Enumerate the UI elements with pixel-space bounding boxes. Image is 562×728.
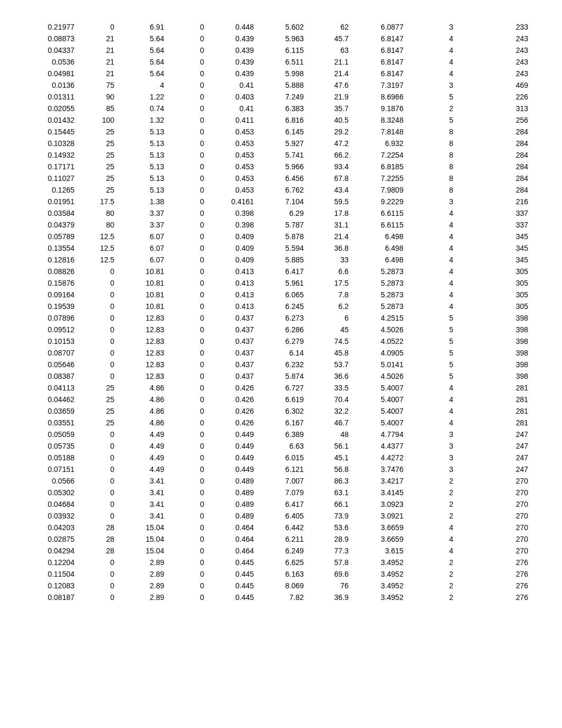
table-cell: 7.2254 <box>351 149 406 161</box>
table-cell: 12.83 <box>116 312 166 324</box>
table-cell: 0 <box>166 207 206 219</box>
table-cell: 398 <box>456 335 530 347</box>
table-row: 0.04113254.8600.4266.72733.55.40074281 <box>32 382 530 394</box>
table-cell: 284 <box>456 149 530 161</box>
table-cell: 0.445 <box>206 580 256 592</box>
table-cell: 12.83 <box>116 335 166 347</box>
table-cell: 6.417 <box>256 266 306 277</box>
table-cell: 0.453 <box>206 161 256 172</box>
table-cell: 0.426 <box>206 405 256 417</box>
table-cell: 12.5 <box>77 254 116 266</box>
table-cell: 0 <box>166 172 206 184</box>
table-cell: 7.2255 <box>351 172 406 184</box>
table-cell: 6.498 <box>351 242 406 254</box>
table-cell: 2 <box>405 498 455 510</box>
table-cell: 5.13 <box>116 126 166 138</box>
table-cell: 6.167 <box>256 417 306 429</box>
table-cell: 0.09164 <box>32 289 77 301</box>
table-cell: 0.437 <box>206 347 256 359</box>
table-cell: 0.439 <box>206 44 256 56</box>
table-cell: 0 <box>77 580 116 592</box>
table-cell: 6.498 <box>351 254 406 266</box>
table-cell: 3.37 <box>116 219 166 231</box>
table-cell: 4.86 <box>116 417 166 429</box>
table-cell: 4 <box>405 289 455 301</box>
table-cell: 0 <box>166 161 206 172</box>
table-cell: 0.04203 <box>32 522 77 533</box>
table-cell: 0.437 <box>206 312 256 324</box>
table-cell: 305 <box>456 289 530 301</box>
table-cell: 0 <box>166 498 206 510</box>
table-cell: 284 <box>456 126 530 138</box>
table-cell: 0 <box>77 335 116 347</box>
table-cell: 5.2873 <box>351 289 406 301</box>
table-cell: 0 <box>166 231 206 242</box>
table-cell: 3 <box>405 21 455 33</box>
table-cell: 0.439 <box>206 33 256 44</box>
table-cell: 6.0877 <box>351 21 406 33</box>
table-cell: 0.439 <box>206 56 256 68</box>
table-cell: 247 <box>456 440 530 452</box>
table-cell: 4 <box>405 301 455 312</box>
table-cell: 276 <box>456 568 530 580</box>
table-cell: 337 <box>456 207 530 219</box>
table-row: 0.0578912.56.0700.4095.87821.46.4984345 <box>32 231 530 242</box>
table-cell: 0.449 <box>206 452 256 463</box>
table-cell: 226 <box>456 91 530 103</box>
table-cell: 0 <box>166 196 206 207</box>
table-row: 0.04981215.6400.4395.99821.46.81474243 <box>32 68 530 79</box>
table-cell: 0.1265 <box>32 184 77 196</box>
table-cell: 0 <box>166 114 206 126</box>
table-cell: 1.32 <box>116 114 166 126</box>
table-cell: 5 <box>405 91 455 103</box>
table-cell: 3 <box>405 79 455 91</box>
table-cell: 305 <box>456 277 530 289</box>
table-cell: 5.13 <box>116 138 166 149</box>
table-cell: 0.04337 <box>32 44 77 56</box>
table-cell: 0 <box>166 103 206 114</box>
table-cell: 4.2515 <box>351 312 406 324</box>
table-cell: 4 <box>405 231 455 242</box>
table-cell: 4.0905 <box>351 347 406 359</box>
table-cell: 8.6966 <box>351 91 406 103</box>
table-cell: 284 <box>456 138 530 149</box>
table-cell: 0.4161 <box>206 196 256 207</box>
table-cell: 5 <box>405 335 455 347</box>
table-cell: 0.453 <box>206 172 256 184</box>
table-cell: 3.6659 <box>351 533 406 545</box>
table-cell: 6.91 <box>116 21 166 33</box>
table-cell: 17.8 <box>306 207 351 219</box>
table-cell: 10.81 <box>116 289 166 301</box>
table-cell: 0.03551 <box>32 417 77 429</box>
table-cell: 4 <box>405 219 455 231</box>
table-cell: 0.08387 <box>32 370 77 382</box>
table-cell: 313 <box>456 103 530 114</box>
table-cell: 1.38 <box>116 196 166 207</box>
table-cell: 0 <box>166 56 206 68</box>
table-cell: 4 <box>405 56 455 68</box>
table-row: 0.014321001.3200.4116.81640.58.32485256 <box>32 114 530 126</box>
table-cell: 0 <box>77 324 116 335</box>
table-cell: 6.762 <box>256 184 306 196</box>
table-cell: 53.7 <box>306 359 351 370</box>
table-cell: 4.5026 <box>351 324 406 335</box>
table-cell: 48 <box>306 429 351 440</box>
table-cell: 8 <box>405 138 455 149</box>
table-cell: 0.03659 <box>32 405 77 417</box>
table-cell: 0 <box>77 592 116 603</box>
table-cell: 0.453 <box>206 138 256 149</box>
table-cell: 0.13554 <box>32 242 77 254</box>
table-cell: 0 <box>166 533 206 545</box>
table-cell: 6.145 <box>256 126 306 138</box>
table-cell: 53.6 <box>306 522 351 533</box>
table-cell: 2.89 <box>116 557 166 568</box>
table-cell: 0.445 <box>206 568 256 580</box>
table-cell: 0 <box>166 219 206 231</box>
table-cell: 270 <box>456 522 530 533</box>
table-cell: 0.437 <box>206 335 256 347</box>
table-cell: 0.449 <box>206 429 256 440</box>
table-cell: 25 <box>77 417 116 429</box>
table-cell: 0 <box>166 21 206 33</box>
table-cell: 3.0921 <box>351 510 406 522</box>
table-cell: 5.13 <box>116 184 166 196</box>
